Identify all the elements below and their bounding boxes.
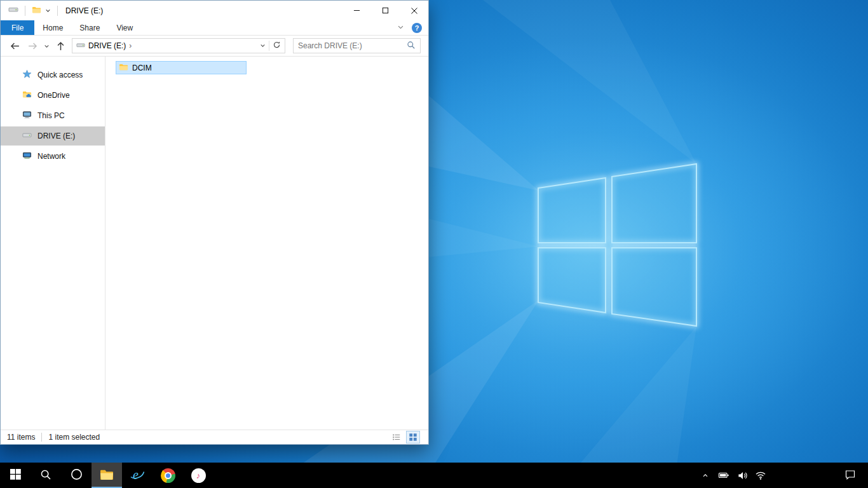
drive-icon: [22, 130, 32, 142]
action-center-icon: [844, 469, 856, 482]
ie-glyph: e: [133, 468, 139, 482]
ie-icon: e: [129, 466, 146, 485]
file-explorer-window: DRIVE (E:) File Home Share View: [0, 0, 429, 445]
address-divider: [269, 41, 269, 51]
forward-button[interactable]: [24, 37, 41, 54]
search-box[interactable]: [293, 38, 421, 53]
sidebar-item-this-pc[interactable]: This PC: [1, 106, 105, 125]
close-button[interactable]: [400, 1, 428, 20]
refresh-button[interactable]: [273, 41, 281, 51]
help-button[interactable]: ?: [412, 23, 422, 33]
itunes-button[interactable]: ♪: [183, 463, 214, 488]
cortana-icon: [71, 468, 83, 482]
tab-home-label: Home: [43, 24, 63, 32]
sidebar-item-label: This PC: [37, 111, 65, 120]
system-tray: [700, 463, 766, 488]
search-input[interactable]: [298, 41, 407, 50]
tab-file[interactable]: File: [1, 20, 34, 35]
volume-icon[interactable]: [736, 470, 748, 481]
tab-share[interactable]: Share: [71, 20, 108, 35]
toolbar-separator: [25, 6, 25, 16]
folder-icon: [99, 467, 114, 484]
internet-explorer-button[interactable]: e: [122, 463, 153, 488]
folder-icon: [119, 62, 128, 74]
navigation-pane: Quick access OneDrive This PC: [1, 57, 105, 430]
back-button[interactable]: [6, 37, 24, 54]
cortana-button[interactable]: [61, 463, 92, 488]
folder-properties-icon[interactable]: [32, 5, 41, 17]
search-icon[interactable]: [407, 41, 416, 51]
tab-home[interactable]: Home: [34, 20, 71, 35]
network-icon: [22, 151, 32, 162]
desktop: DRIVE (E:) File Home Share View: [0, 0, 868, 488]
up-button[interactable]: [51, 37, 69, 54]
sidebar-item-label: DRIVE (E:): [37, 132, 75, 140]
windows-logo-icon: [10, 469, 21, 482]
hidden-icons-chevron-icon[interactable]: [700, 470, 711, 481]
sidebar-item-onedrive[interactable]: OneDrive: [1, 86, 105, 105]
sidebar-item-drive-e[interactable]: DRIVE (E:): [1, 126, 105, 146]
music-note-glyph: ♪: [196, 471, 201, 480]
drive-app-icon: [8, 4, 18, 17]
breadcrumb-separator[interactable]: ›: [129, 41, 132, 50]
details-view-button[interactable]: [390, 431, 403, 443]
sidebar-item-network[interactable]: Network: [1, 147, 105, 166]
chrome-icon: [161, 468, 175, 483]
tab-file-label: File: [11, 24, 24, 32]
minimize-button[interactable]: [342, 1, 371, 20]
address-bar[interactable]: DRIVE (E:) ›: [72, 38, 285, 53]
recent-locations-chevron-icon[interactable]: [41, 37, 51, 54]
status-divider: [41, 433, 42, 442]
search-icon: [40, 469, 51, 482]
tab-share-label: Share: [79, 24, 100, 32]
items-count: 11 items: [7, 433, 35, 442]
toolbar-separator: [57, 6, 58, 16]
sidebar-item-label: OneDrive: [37, 91, 70, 100]
taskbar-file-explorer-button[interactable]: [92, 463, 122, 488]
chrome-button[interactable]: [153, 463, 183, 488]
file-item-dcim[interactable]: DCIM: [116, 61, 247, 74]
sidebar-item-label: Network: [37, 152, 65, 161]
taskbar: e ♪: [0, 463, 868, 488]
status-bar: 11 items 1 item selected: [1, 430, 428, 444]
star-icon: [22, 69, 32, 81]
music-note-icon: ♪: [191, 468, 206, 483]
sidebar-item-quick-access[interactable]: Quick access: [1, 65, 105, 85]
this-pc-icon: [22, 110, 32, 121]
file-name: DCIM: [132, 64, 152, 72]
tab-view[interactable]: View: [108, 20, 141, 35]
window-controls: [342, 1, 428, 20]
maximize-button[interactable]: [371, 1, 400, 20]
action-center-button[interactable]: [839, 463, 862, 488]
tab-view-label: View: [116, 24, 133, 32]
wifi-icon[interactable]: [755, 470, 766, 481]
ribbon-tabs: File Home Share View ?: [1, 20, 428, 36]
taskbar-search-button[interactable]: [31, 463, 61, 488]
titlebar[interactable]: DRIVE (E:): [1, 1, 428, 20]
onedrive-icon: [22, 90, 32, 101]
sidebar-item-label: Quick access: [37, 71, 83, 79]
address-dropdown-chevron-icon[interactable]: [260, 41, 266, 50]
breadcrumb-location[interactable]: DRIVE (E:): [88, 41, 126, 50]
start-button[interactable]: [0, 463, 31, 488]
help-label: ?: [415, 24, 419, 32]
drive-icon: [76, 41, 85, 51]
navigation-bar: DRIVE (E:) ›: [1, 36, 428, 57]
battery-icon[interactable]: [718, 470, 729, 481]
selection-count: 1 item selected: [48, 433, 100, 442]
expand-ribbon-chevron-icon[interactable]: [397, 24, 404, 32]
large-icons-view-button[interactable]: [407, 431, 419, 443]
file-list[interactable]: DCIM: [105, 57, 428, 430]
quick-access-toolbar: [1, 4, 60, 17]
window-title: DRIVE (E:): [65, 6, 103, 15]
customize-toolbar-chevron-icon[interactable]: [45, 6, 51, 15]
